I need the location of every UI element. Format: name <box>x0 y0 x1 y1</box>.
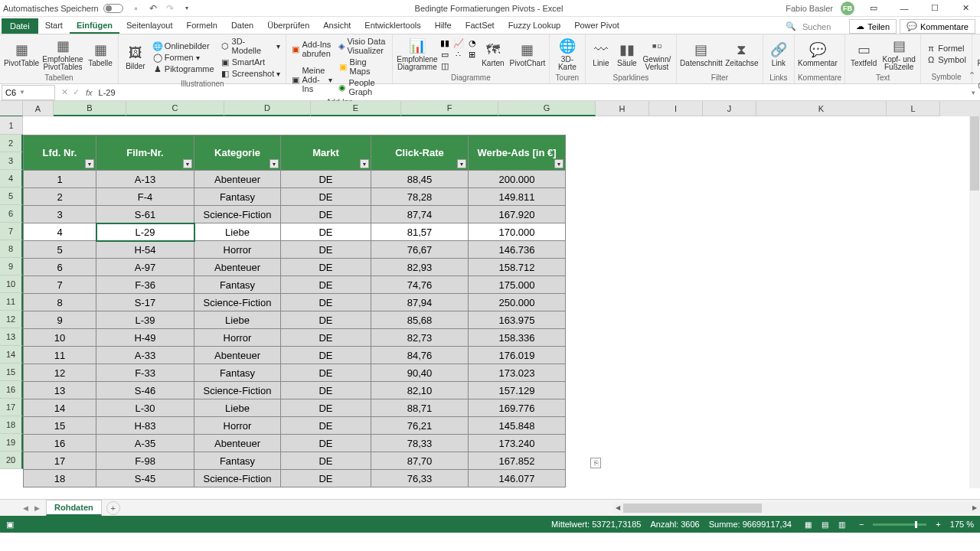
redo-icon[interactable]: ↷ <box>165 3 175 14</box>
table-cell[interactable]: Abenteuer <box>194 259 281 276</box>
table-cell[interactable]: 78,28 <box>371 188 469 206</box>
row-header[interactable]: 11 <box>0 293 23 311</box>
table-cell[interactable]: A-35 <box>96 435 194 452</box>
table-cell[interactable]: 3 <box>24 206 96 223</box>
table-cell[interactable]: Horror <box>194 241 281 259</box>
row-header[interactable]: 1 <box>0 116 23 135</box>
table-row[interactable]: 16A-35AbenteuerDE78,33173.240 <box>24 435 566 452</box>
3dmodelle-button[interactable]: ⬡3D-Modelle ▾ <box>218 36 283 56</box>
scroll-thumb[interactable] <box>970 116 979 191</box>
tab-einfügen[interactable]: Einfügen <box>70 18 119 34</box>
row-header[interactable]: 13 <box>0 328 23 346</box>
table-cell[interactable]: F-4 <box>96 188 194 206</box>
table-cell[interactable]: 90,40 <box>371 364 469 382</box>
table-cell[interactable]: 11 <box>24 347 96 364</box>
table-cell[interactable]: 4 <box>24 223 96 241</box>
table-cell[interactable]: 158.336 <box>469 329 566 347</box>
table-cell[interactable]: DE <box>281 276 371 294</box>
row-header[interactable]: 20 <box>0 452 23 469</box>
table-cell[interactable]: DE <box>281 259 371 276</box>
table-cell[interactable]: 163.975 <box>469 311 566 329</box>
table-row[interactable]: 9L-39LiebeDE85,68163.975 <box>24 311 566 329</box>
table-cell[interactable]: 10 <box>24 329 96 347</box>
tab-datei[interactable]: Datei <box>2 18 38 34</box>
table-cell[interactable]: 158.712 <box>469 259 566 276</box>
screenshot-button[interactable]: ◧Screenshot ▾ <box>218 68 283 79</box>
row-header[interactable]: 19 <box>0 434 23 452</box>
undo-icon[interactable]: ↶ <box>148 3 158 14</box>
formula-input[interactable]: L-29 <box>97 88 972 97</box>
table-cell[interactable]: Fantasy <box>194 452 281 470</box>
table-cell[interactable]: Horror <box>194 329 281 347</box>
table-cell[interactable]: 149.811 <box>469 188 566 206</box>
table-row[interactable]: 7F-36FantasyDE74,76175.000 <box>24 276 566 294</box>
table-row[interactable]: 13S-46Science-FictionDE82,10157.129 <box>24 382 566 399</box>
empfohlene-pivottables-button[interactable]: ▦Empfohlene PivotTables <box>41 36 84 73</box>
tabelle-button[interactable]: ▦Tabelle <box>86 36 115 73</box>
karten-button[interactable]: 🗺Karten <box>479 36 508 73</box>
tab-hilfe[interactable]: Hilfe <box>428 18 459 34</box>
teilen-button[interactable]: ☁Teilen <box>849 19 897 34</box>
tab-factset[interactable]: FactSet <box>459 18 501 34</box>
addins-abrufen-button[interactable]: ▣Add-Ins abrufen <box>289 39 335 59</box>
table-cell[interactable]: DE <box>281 382 371 399</box>
fx-icon[interactable]: fx <box>86 88 93 97</box>
table-cell[interactable]: 14 <box>24 399 96 417</box>
hierarchy-chart-icon[interactable]: ▭ <box>440 50 449 59</box>
table-cell[interactable]: 175.000 <box>469 276 566 294</box>
tab-daten[interactable]: Daten <box>224 18 260 34</box>
table-cell[interactable]: 87,94 <box>371 294 469 311</box>
kommentar-button[interactable]: 💬Kommentar <box>798 36 838 73</box>
datenschnitt-button[interactable]: ▤Datenschnitt <box>680 36 723 73</box>
table-cell[interactable]: 6 <box>24 259 96 276</box>
piktogramme-button[interactable]: ♟Piktogramme <box>151 64 217 74</box>
table-cell[interactable]: 76,67 <box>371 241 469 259</box>
table-cell[interactable]: 146.077 <box>469 470 566 487</box>
chevron-down-icon[interactable]: ▼ <box>19 89 25 96</box>
table-cell[interactable]: F-98 <box>96 452 194 470</box>
table-row[interactable]: 15H-83HorrorDE76,21145.848 <box>24 417 566 435</box>
table-cell[interactable]: DE <box>281 206 371 223</box>
row-header[interactable]: 2 <box>0 135 23 152</box>
table-cell[interactable]: 7 <box>24 276 96 294</box>
table-cell[interactable]: Abenteuer <box>194 435 281 452</box>
table-row[interactable]: 12F-33FantasyDE90,40173.023 <box>24 364 566 382</box>
row-header[interactable]: 9 <box>0 258 23 276</box>
line-chart-icon[interactable]: 📈 <box>454 38 463 47</box>
table-cell[interactable]: Science-Fiction <box>194 470 281 487</box>
meine-addins-button[interactable]: ▣Meine Add-Ins ▾ <box>289 65 335 94</box>
macro-record-icon[interactable]: ▣ <box>6 520 14 530</box>
filter-dropdown-icon[interactable]: ▼ <box>183 159 192 168</box>
bing-maps-button[interactable]: ▣Bing Maps <box>336 57 388 77</box>
ribbon-mode-icon[interactable]: ▭ <box>862 1 885 16</box>
table-cell[interactable]: 8 <box>24 294 96 311</box>
table-cell[interactable]: DE <box>281 470 371 487</box>
zoom-level[interactable]: 175 % <box>950 520 974 529</box>
table-row[interactable]: 10H-49HorrorDE82,73158.336 <box>24 329 566 347</box>
table-cell[interactable]: H-83 <box>96 417 194 435</box>
table-cell[interactable]: DE <box>281 417 371 435</box>
table-cell[interactable]: Fantasy <box>194 276 281 294</box>
horizontal-scrollbar[interactable]: ◀ ▶ <box>612 503 980 514</box>
table-cell[interactable]: Abenteuer <box>194 171 281 188</box>
table-cell[interactable]: 157.129 <box>469 382 566 399</box>
tab-seitenlayout[interactable]: Seitenlayout <box>119 18 180 34</box>
sparkline-linie-button[interactable]: 〰Linie <box>589 36 613 73</box>
tab-entwicklertools[interactable]: Entwicklertools <box>358 18 427 34</box>
table-cell[interactable]: 169.776 <box>469 399 566 417</box>
table-cell[interactable]: 81,57 <box>371 223 469 241</box>
table-cell[interactable]: L-30 <box>96 399 194 417</box>
table-cell[interactable]: 2 <box>24 188 96 206</box>
table-cell[interactable]: 17 <box>24 452 96 470</box>
table-cell[interactable]: 85,68 <box>371 311 469 329</box>
column-chart-icon[interactable]: ▮▮ <box>440 38 449 47</box>
table-cell[interactable]: DE <box>281 311 371 329</box>
table-cell[interactable]: Liebe <box>194 399 281 417</box>
filter-dropdown-icon[interactable]: ▼ <box>554 159 564 168</box>
table-cell[interactable]: 145.848 <box>469 417 566 435</box>
link-button[interactable]: 🔗Link <box>766 36 791 73</box>
column-header[interactable]: G <box>498 101 596 116</box>
table-cell[interactable]: Fantasy <box>194 188 281 206</box>
table-row[interactable]: 6A-97AbenteuerDE82,93158.712 <box>24 259 566 276</box>
pivottable-button[interactable]: ▦PivotTable <box>3 36 40 73</box>
